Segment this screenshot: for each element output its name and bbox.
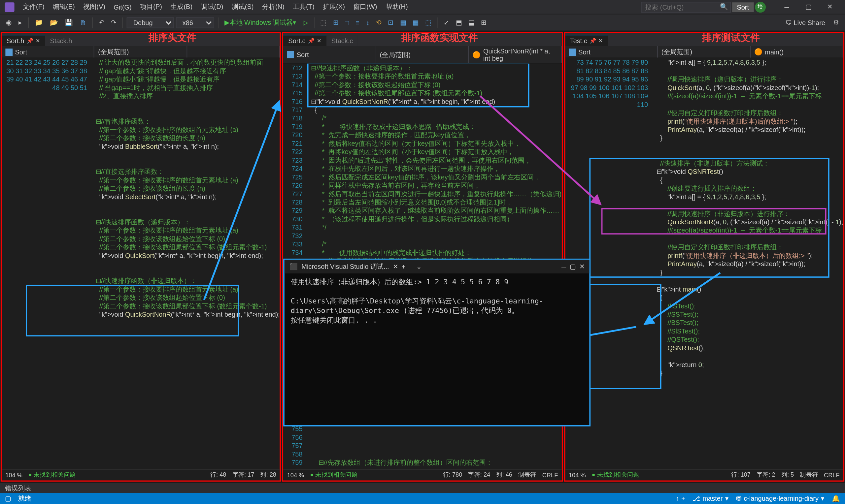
close-icon[interactable]: ✕ — [317, 38, 322, 44]
toolbar-icon-1[interactable]: ⬚ — [318, 17, 329, 28]
menu-window[interactable]: 窗口(W) — [350, 1, 381, 13]
project-icon — [5, 48, 13, 55]
git-branch[interactable]: ⎇ master ▾ — [692, 494, 729, 502]
pin-icon[interactable]: 📌 — [308, 38, 315, 44]
cursor-char: 字符: 17 — [232, 471, 254, 479]
cursor-line: 行: 107 — [731, 471, 751, 479]
save-all-icon[interactable]: 🗎 — [77, 18, 89, 28]
close-icon[interactable]: ✕ — [36, 38, 40, 44]
maximize-button[interactable]: ▢ — [798, 1, 818, 13]
scope-member[interactable]: 🟠 main() — [751, 46, 843, 58]
close-window-icon[interactable]: ✕ — [579, 263, 584, 270]
search-button[interactable]: Sort — [732, 2, 754, 12]
pane-status-2: 104 % ● 未找到相关问题 行: 780 字符: 24 列: 46 制表符 … — [284, 469, 561, 481]
undo-icon[interactable]: ↶ — [97, 17, 107, 28]
menu-help[interactable]: 帮助(H) — [382, 1, 411, 13]
toolbar-icon-2[interactable]: ⊞ — [330, 17, 341, 28]
menu-tools[interactable]: 工具(T) — [289, 1, 318, 13]
menu-file[interactable]: 文件(F) — [19, 1, 48, 13]
line-ending[interactable]: CRLF — [824, 472, 840, 478]
zoom-level[interactable]: 104 % — [5, 472, 22, 478]
tab-sort-c[interactable]: Sort.c📌✕ — [284, 35, 327, 46]
close-icon[interactable]: ✕ — [393, 263, 398, 270]
toolbar-icon-13[interactable]: ⬓ — [466, 17, 477, 28]
notifications-icon[interactable]: 🔔 — [832, 494, 840, 502]
cursor-line: 行: 780 — [443, 471, 462, 479]
menu-test[interactable]: 测试(S) — [228, 1, 257, 13]
new-tab-icon[interactable]: + — [402, 263, 406, 270]
output-icon[interactable]: ▢ — [5, 494, 11, 502]
issues-indicator[interactable]: ● 未找到相关问题 — [592, 471, 639, 479]
dropdown-icon[interactable]: ⌄ — [416, 263, 422, 270]
config-select[interactable]: Debug — [127, 17, 174, 28]
toolbar-icon-7[interactable]: ⊡ — [386, 17, 396, 28]
tab-stack-h[interactable]: Stack.h — [45, 35, 77, 46]
toolbar-icon-14[interactable]: ⊞ — [479, 17, 489, 28]
git-changes[interactable]: ↑ + — [676, 495, 685, 502]
tab-stack-c[interactable]: Stack.c — [327, 35, 358, 46]
platform-select[interactable]: x86 — [176, 17, 214, 28]
menu-analyze[interactable]: 分析(N) — [259, 1, 288, 13]
status-ready: 就绪 — [18, 494, 31, 503]
toolbar-icon-4[interactable]: ≡ — [353, 18, 362, 28]
open-icon[interactable]: 📂 — [48, 17, 61, 28]
indent-mode[interactable]: 制表符 — [518, 471, 536, 479]
scope-project[interactable]: Sort — [2, 46, 94, 58]
search-input[interactable] — [641, 2, 731, 13]
save-icon[interactable]: 💾 — [63, 17, 75, 28]
minimize-button[interactable]: ─ — [777, 1, 797, 13]
error-list-tab[interactable]: 错误列表 — [0, 482, 845, 493]
project-icon — [569, 48, 576, 55]
toolbar-icon-6[interactable]: ⟲ — [374, 17, 384, 28]
menu-build[interactable]: 生成(B) — [167, 1, 196, 13]
redo-icon[interactable]: ↷ — [109, 17, 119, 28]
menu-project[interactable]: 项目(P) — [136, 1, 165, 13]
tab-sort-h[interactable]: Sort.h📌✕ — [2, 35, 45, 46]
start-debug-button[interactable]: ▶ 本地 Windows 调试器 ▾ — [222, 17, 299, 29]
tab-test-c[interactable]: Test.c📌✕ — [565, 35, 608, 46]
toolbar-icon-9[interactable]: ▦ — [410, 17, 421, 28]
feedback-icon[interactable]: ⚙ — [830, 17, 841, 28]
scope-member[interactable] — [187, 46, 280, 58]
menu-edit[interactable]: 编辑(E) — [49, 1, 78, 13]
pin-icon[interactable]: 📌 — [27, 38, 33, 44]
scope-member[interactable]: 🟠 QuickSortNonR(int * a, int beg — [469, 46, 561, 63]
scope-global[interactable]: (全局范围) — [94, 46, 187, 58]
issues-indicator[interactable]: ● 未找到相关问题 — [310, 471, 357, 479]
menu-view[interactable]: 视图(V) — [80, 1, 109, 13]
code-editor-1[interactable]: 21 22 23 24 25 26 27 28 29 30 31 32 33 3… — [2, 58, 280, 469]
close-icon[interactable]: ✕ — [598, 38, 603, 44]
terminal-output[interactable]: 使用快速排序（非递归版本）后的数组:> 1 2 3 4 5 5 6 7 8 9 … — [284, 273, 589, 425]
new-icon[interactable]: 📁 — [32, 17, 46, 28]
toolbar-icon-8[interactable]: ▤ — [398, 17, 408, 28]
scope-global[interactable]: (全局范围) — [658, 46, 751, 58]
zoom-level[interactable]: 104 % — [287, 472, 304, 478]
menu-debug[interactable]: 调试(D) — [197, 1, 227, 13]
git-repo[interactable]: ⛃ c-language-learning-diary ▾ — [736, 494, 825, 502]
code-editor-3[interactable]: 73 74 75 76 77 78 79 80 81 82 83 84 85 8… — [565, 58, 843, 469]
toolbar-icon-10[interactable]: ⬚ — [423, 17, 434, 28]
toolbar-icon-11[interactable]: ⤢ — [441, 17, 452, 28]
menu-git[interactable]: Git(G) — [110, 2, 135, 12]
start-no-debug-icon[interactable]: ▷ — [300, 17, 310, 28]
close-button[interactable]: ✕ — [820, 1, 840, 13]
nav-back-icon[interactable]: ◉ — [4, 17, 15, 28]
menu-extensions[interactable]: 扩展(X) — [319, 1, 348, 13]
user-avatar-icon[interactable]: 培 — [755, 2, 766, 13]
toolbar-icon-3[interactable]: □ — [342, 18, 352, 28]
pin-icon[interactable]: 📌 — [589, 38, 596, 44]
live-share-button[interactable]: 🗨 Live Share — [781, 18, 829, 28]
indent-mode[interactable]: 制表符 — [800, 471, 818, 479]
scope-global[interactable]: (全局范围) — [376, 46, 469, 63]
line-ending[interactable]: CRLF — [542, 472, 558, 478]
pane-label-3: 排序测试文件 — [702, 32, 760, 44]
minimize-icon[interactable]: ─ — [561, 263, 566, 270]
scope-project[interactable]: Sort — [284, 46, 376, 63]
maximize-icon[interactable]: ▢ — [570, 263, 576, 270]
issues-indicator[interactable]: ● 未找到相关问题 — [29, 471, 75, 479]
toolbar-icon-5[interactable]: ↕ — [364, 18, 372, 28]
nav-fwd-icon[interactable]: ▸ — [16, 17, 24, 28]
zoom-level[interactable]: 104 % — [569, 472, 586, 478]
scope-project[interactable]: Sort — [565, 46, 658, 58]
toolbar-icon-12[interactable]: ⬒ — [453, 17, 464, 28]
